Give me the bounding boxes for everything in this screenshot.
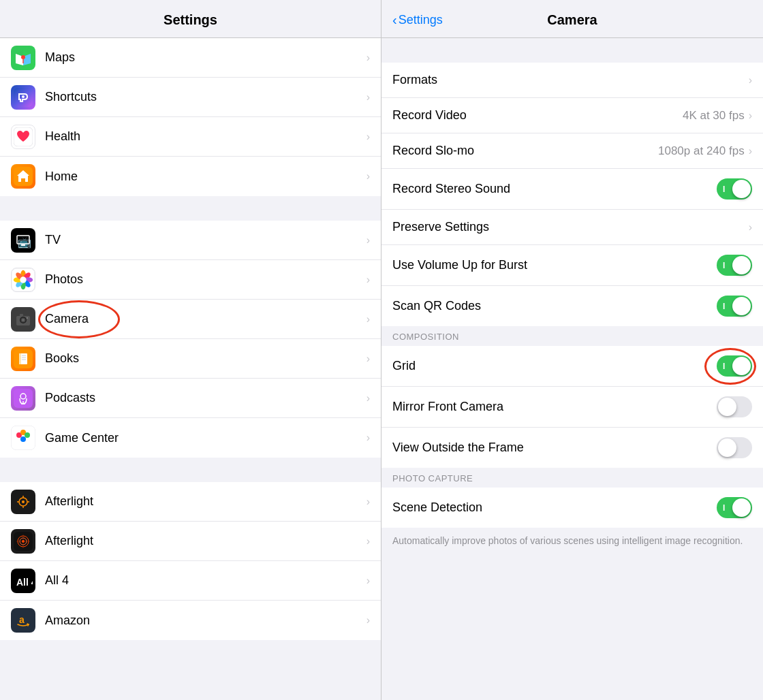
mirror-front-item[interactable]: Mirror Front Camera [382, 387, 763, 428]
amazon-icon: a [11, 608, 35, 633]
afterlight1-icon [11, 490, 35, 514]
svg-point-5 [21, 55, 25, 59]
view-outside-toggle[interactable] [717, 437, 752, 458]
all4-label: All 4 [45, 573, 361, 588]
camera-chevron: › [367, 313, 370, 325]
photo-capture-section: Scene Detection I [382, 488, 763, 528]
sidebar-item-all4[interactable]: All 4 All 4 › [0, 561, 381, 601]
sidebar-item-afterlight1[interactable]: Afterlight › [0, 482, 381, 522]
health-icon [11, 125, 35, 149]
composition-section: Grid I Mirror Front Camera View Outside … [382, 346, 763, 468]
right-content: Formats › Record Video 4K at 30 fps › Re… [382, 38, 763, 700]
svg-point-28 [22, 319, 25, 321]
scan-qr-label: Scan QR Codes [392, 299, 717, 313]
volume-burst-toggle[interactable]: I [717, 255, 752, 276]
left-panel-title: Settings [0, 0, 381, 38]
sidebar-item-podcasts[interactable]: Podcasts › [0, 379, 381, 418]
back-button[interactable]: ‹ Settings [392, 12, 443, 28]
settings-group-1: Maps › Shortcuts [0, 38, 381, 196]
maps-label: Maps [45, 50, 361, 65]
home-label: Home [45, 170, 361, 184]
photos-chevron: › [367, 274, 370, 286]
sidebar-item-maps[interactable]: Maps › [0, 38, 381, 78]
settings-group-3: Afterlight › Afterlight › A [0, 482, 381, 640]
gamecenter-chevron: › [367, 432, 370, 444]
grid-toggle-i: I [723, 362, 725, 371]
preserve-chevron: › [749, 221, 752, 234]
record-slomo-item[interactable]: Record Slo-mo 1080p at 240 fps › [382, 133, 763, 169]
shortcuts-label: Shortcuts [45, 90, 361, 104]
view-outside-item[interactable]: View Outside the Frame [382, 428, 763, 468]
scan-qr-toggle[interactable]: I [717, 296, 752, 317]
record-stereo-label: Record Stereo Sound [392, 182, 717, 196]
toggle-knob [732, 180, 751, 198]
grid-toggle[interactable]: I [717, 355, 752, 377]
tv-label: TV [45, 233, 361, 247]
svg-point-52 [22, 500, 25, 503]
home-icon [11, 164, 35, 189]
record-video-chevron: › [749, 110, 752, 122]
amazon-chevron: › [367, 614, 370, 626]
back-chevron-icon: ‹ [392, 12, 397, 28]
toggle-knob-3 [732, 297, 751, 315]
svg-point-45 [20, 436, 26, 442]
health-chevron: › [367, 131, 370, 143]
sidebar-item-afterlight2[interactable]: Afterlight › [0, 522, 381, 561]
books-label: Books [45, 351, 361, 366]
mirror-front-label: Mirror Front Camera [392, 400, 717, 414]
sidebar-item-amazon[interactable]: a Amazon › [0, 601, 381, 640]
scan-toggle-i: I [723, 302, 725, 311]
right-panel-title: Camera [547, 12, 597, 28]
record-slomo-label: Record Slo-mo [392, 144, 658, 158]
section-gap-1 [0, 196, 381, 221]
scan-qr-item[interactable]: Scan QR Codes I [382, 286, 763, 326]
formats-item[interactable]: Formats › [382, 63, 763, 98]
mirror-front-toggle[interactable] [717, 396, 752, 417]
books-icon [11, 347, 35, 371]
shortcuts-chevron: › [367, 91, 370, 104]
svg-text:a: a [19, 614, 25, 625]
volume-burst-item[interactable]: Use Volume Up for Burst I [382, 245, 763, 286]
record-slomo-value: 1080p at 240 fps [658, 144, 745, 158]
afterlight2-chevron: › [367, 535, 370, 547]
sidebar-item-gamecenter[interactable]: Game Center › [0, 418, 381, 458]
left-panel: Settings Maps › [0, 0, 382, 700]
health-label: Health [45, 129, 361, 144]
sidebar-item-books[interactable]: Books › [0, 339, 381, 379]
sidebar-item-camera[interactable]: Camera › [0, 300, 381, 339]
section-gap-2 [0, 458, 381, 482]
toggle-knob-outside [718, 439, 736, 457]
top-spacer [382, 38, 763, 63]
svg-rect-37 [14, 389, 33, 408]
all4-icon: All 4 [11, 569, 35, 593]
main-section: Formats › Record Video 4K at 30 fps › Re… [382, 63, 763, 326]
afterlight2-icon [11, 529, 35, 554]
sidebar-item-shortcuts[interactable]: Shortcuts › [0, 78, 381, 117]
scene-detection-toggle[interactable]: I [717, 497, 752, 518]
afterlight1-chevron: › [367, 496, 370, 508]
volume-burst-label: Use Volume Up for Burst [392, 258, 717, 272]
record-stereo-item[interactable]: Record Stereo Sound I [382, 169, 763, 210]
sidebar-item-health[interactable]: Health › [0, 117, 381, 157]
amazon-label: Amazon [45, 614, 361, 628]
preserve-settings-item[interactable]: Preserve Settings › [382, 210, 763, 245]
scene-detection-description: Automatically improve photos of various … [382, 528, 763, 558]
sidebar-item-photos[interactable]: Photos › [0, 260, 381, 300]
grid-item[interactable]: Grid I [382, 346, 763, 387]
toggle-knob-2 [732, 256, 751, 274]
sidebar-item-home[interactable]: Home › [0, 157, 381, 196]
volume-toggle-i: I [723, 261, 725, 270]
svg-point-23 [20, 276, 26, 283]
record-stereo-toggle[interactable]: I [717, 178, 752, 200]
toggle-knob-mirror [718, 398, 736, 416]
sidebar-item-tv[interactable]: 📺 TV › [0, 221, 381, 260]
toggle-knob-scene [732, 498, 751, 517]
scene-detection-item[interactable]: Scene Detection I [382, 488, 763, 528]
gamecenter-icon [11, 426, 35, 450]
tv-chevron: › [367, 234, 370, 246]
photo-capture-label: PHOTO CAPTURE [382, 468, 763, 488]
formats-label: Formats [392, 73, 749, 87]
record-video-item[interactable]: Record Video 4K at 30 fps › [382, 98, 763, 133]
composition-label: COMPOSITION [382, 326, 763, 346]
svg-rect-13 [21, 244, 25, 246]
